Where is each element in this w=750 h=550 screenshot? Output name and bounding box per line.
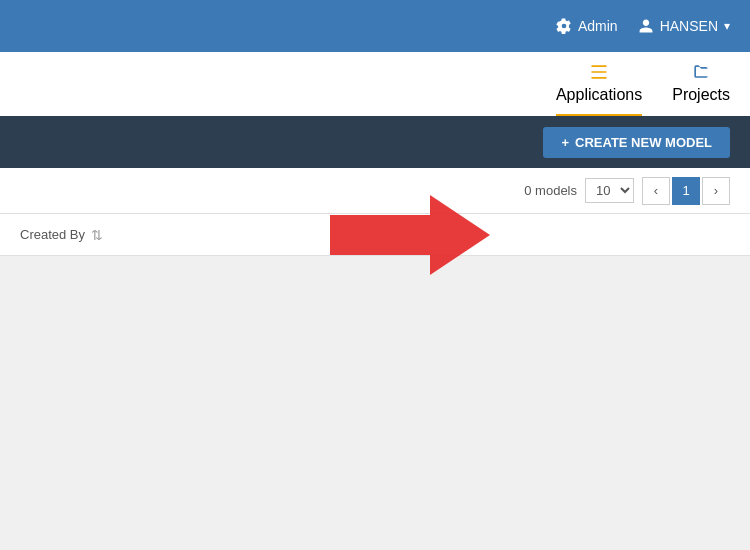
user-icon	[638, 18, 654, 34]
models-count: 0 models	[524, 183, 577, 198]
empty-content-area	[0, 256, 750, 550]
admin-label: Admin	[578, 18, 618, 34]
models-bar: 0 models 10 ‹ 1 ›	[0, 168, 750, 214]
admin-nav-item[interactable]: Admin	[556, 18, 618, 34]
gear-icon	[556, 18, 572, 34]
tab-row: Applications Projects	[0, 52, 750, 116]
top-navbar: Admin HANSEN ▾	[0, 0, 750, 52]
tab-applications-label: Applications	[556, 86, 642, 104]
toolbar: + CREATE NEW MODEL	[0, 116, 750, 168]
pagination-current[interactable]: 1	[672, 177, 700, 205]
sort-icon: ⇅	[91, 227, 103, 243]
applications-icon	[589, 62, 609, 82]
user-label: HANSEN	[660, 18, 718, 34]
col-created-by-label: Created By	[20, 227, 85, 242]
create-btn-label: CREATE NEW MODEL	[575, 135, 712, 150]
user-nav-item[interactable]: HANSEN ▾	[638, 18, 730, 34]
page-size-select[interactable]: 10	[585, 178, 634, 203]
projects-icon	[691, 62, 711, 82]
tab-projects[interactable]: Projects	[672, 62, 730, 116]
create-new-model-button[interactable]: + CREATE NEW MODEL	[543, 127, 730, 158]
col-created-by[interactable]: Created By ⇅	[20, 227, 103, 243]
tab-projects-label: Projects	[672, 86, 730, 104]
tab-applications[interactable]: Applications	[556, 62, 642, 116]
pagination: ‹ 1 ›	[642, 177, 730, 205]
pagination-next[interactable]: ›	[702, 177, 730, 205]
table-header: Created By ⇅	[0, 214, 750, 256]
create-btn-plus: +	[561, 135, 569, 150]
chevron-down-icon: ▾	[724, 19, 730, 33]
pagination-prev[interactable]: ‹	[642, 177, 670, 205]
